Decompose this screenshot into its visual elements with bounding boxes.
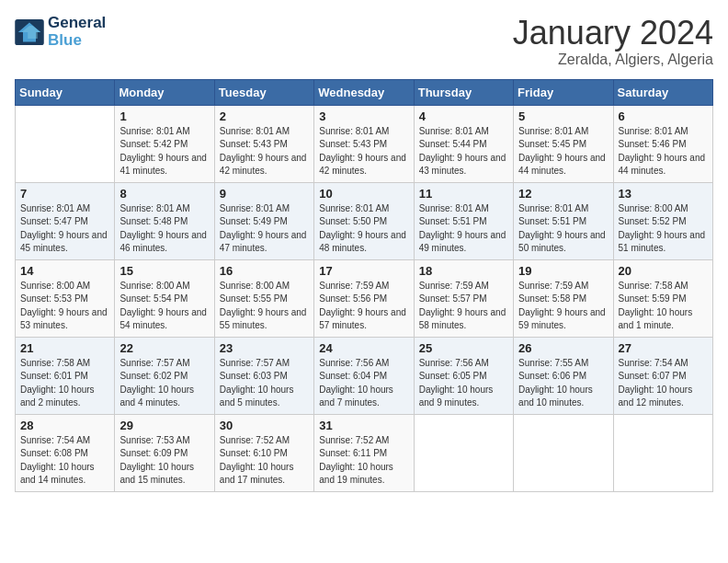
calendar-cell: 30Sunrise: 7:52 AMSunset: 6:10 PMDayligh… [214,414,313,491]
calendar-cell [514,414,613,491]
calendar-cell: 10Sunrise: 8:01 AMSunset: 5:50 PMDayligh… [314,182,414,259]
day-detail: Sunrise: 8:01 AMSunset: 5:51 PMDaylight:… [419,202,508,256]
location: Zeralda, Algiers, Algeria [513,52,713,68]
day-number: 2 [220,109,309,123]
day-number: 19 [518,264,608,278]
day-number: 23 [220,341,309,355]
day-detail: Sunrise: 7:57 AMSunset: 6:03 PMDaylight:… [220,357,309,410]
calendar-cell: 13Sunrise: 8:00 AMSunset: 5:52 PMDayligh… [613,182,712,259]
calendar-cell: 7Sunrise: 8:01 AMSunset: 5:47 PMDaylight… [16,182,115,259]
day-detail: Sunrise: 8:01 AMSunset: 5:46 PMDaylight:… [619,125,708,178]
day-detail: Sunrise: 8:01 AMSunset: 5:43 PMDaylight:… [319,125,408,178]
weekday-header-sunday: Sunday [16,79,115,105]
calendar-cell: 12Sunrise: 8:01 AMSunset: 5:51 PMDayligh… [514,182,613,259]
weekday-header-friday: Friday [514,79,613,105]
calendar-cell: 29Sunrise: 7:53 AMSunset: 6:09 PMDayligh… [115,414,214,491]
day-detail: Sunrise: 7:54 AMSunset: 6:07 PMDaylight:… [619,357,708,410]
day-detail: Sunrise: 8:01 AMSunset: 5:47 PMDaylight:… [20,202,109,256]
calendar-cell: 15Sunrise: 8:00 AMSunset: 5:54 PMDayligh… [115,259,214,337]
calendar-week-5: 28Sunrise: 7:54 AMSunset: 6:08 PMDayligh… [16,414,713,491]
weekday-header-saturday: Saturday [613,79,712,105]
day-number: 26 [518,341,608,355]
day-detail: Sunrise: 7:58 AMSunset: 6:01 PMDaylight:… [20,357,109,410]
day-number: 12 [518,187,608,201]
calendar-cell: 21Sunrise: 7:58 AMSunset: 6:01 PMDayligh… [16,337,115,414]
day-detail: Sunrise: 7:56 AMSunset: 6:05 PMDaylight:… [419,357,508,410]
day-number: 31 [319,419,408,432]
day-number: 1 [119,109,209,123]
day-detail: Sunrise: 7:52 AMSunset: 6:10 PMDaylight:… [220,434,309,488]
calendar-cell: 5Sunrise: 8:01 AMSunset: 5:45 PMDaylight… [514,105,613,182]
day-detail: Sunrise: 8:01 AMSunset: 5:45 PMDaylight:… [518,125,608,178]
calendar-cell: 22Sunrise: 7:57 AMSunset: 6:02 PMDayligh… [115,337,214,414]
day-detail: Sunrise: 7:55 AMSunset: 6:06 PMDaylight:… [518,357,608,410]
calendar-cell: 23Sunrise: 7:57 AMSunset: 6:03 PMDayligh… [214,337,313,414]
day-number: 25 [419,341,508,355]
day-detail: Sunrise: 8:01 AMSunset: 5:50 PMDaylight:… [319,202,408,256]
calendar-cell: 19Sunrise: 7:59 AMSunset: 5:58 PMDayligh… [514,259,613,337]
day-number: 8 [119,187,209,201]
calendar-cell: 9Sunrise: 8:01 AMSunset: 5:49 PMDaylight… [214,182,313,259]
calendar-cell [16,105,115,182]
calendar-table: SundayMondayTuesdayWednesdayThursdayFrid… [15,79,713,492]
calendar-cell: 26Sunrise: 7:55 AMSunset: 6:06 PMDayligh… [514,337,613,414]
calendar-cell: 18Sunrise: 7:59 AMSunset: 5:57 PMDayligh… [414,259,513,337]
day-detail: Sunrise: 8:00 AMSunset: 5:53 PMDaylight:… [20,280,109,333]
logo-icon [15,19,44,45]
calendar-cell: 14Sunrise: 8:00 AMSunset: 5:53 PMDayligh… [16,259,115,337]
logo-text: General Blue [48,15,106,49]
calendar-cell: 3Sunrise: 8:01 AMSunset: 5:43 PMDaylight… [314,105,414,182]
weekday-header-wednesday: Wednesday [314,79,414,105]
calendar-cell: 11Sunrise: 8:01 AMSunset: 5:51 PMDayligh… [414,182,513,259]
calendar-week-3: 14Sunrise: 8:00 AMSunset: 5:53 PMDayligh… [16,259,713,337]
day-number: 7 [20,187,109,201]
calendar-cell [613,414,712,491]
calendar-week-1: 1Sunrise: 8:01 AMSunset: 5:42 PMDaylight… [16,105,713,182]
title-block: January 2024 Zeralda, Algiers, Algeria [513,15,713,68]
day-detail: Sunrise: 7:59 AMSunset: 5:56 PMDaylight:… [319,280,408,333]
calendar-cell: 6Sunrise: 8:01 AMSunset: 5:46 PMDaylight… [613,105,712,182]
day-number: 11 [419,187,508,201]
day-number: 5 [518,109,608,123]
calendar-week-2: 7Sunrise: 8:01 AMSunset: 5:47 PMDaylight… [16,182,713,259]
calendar-cell: 8Sunrise: 8:01 AMSunset: 5:48 PMDaylight… [115,182,214,259]
day-number: 20 [619,264,708,278]
day-detail: Sunrise: 7:53 AMSunset: 6:09 PMDaylight:… [119,434,209,488]
day-number: 16 [220,264,309,278]
weekday-header-row: SundayMondayTuesdayWednesdayThursdayFrid… [16,79,713,105]
calendar-cell: 4Sunrise: 8:01 AMSunset: 5:44 PMDaylight… [414,105,513,182]
day-number: 10 [319,187,408,201]
day-detail: Sunrise: 7:57 AMSunset: 6:02 PMDaylight:… [119,357,209,410]
day-number: 3 [319,109,408,123]
month-title: January 2024 [513,15,713,52]
day-number: 17 [319,264,408,278]
day-detail: Sunrise: 7:59 AMSunset: 5:57 PMDaylight:… [419,280,508,333]
day-detail: Sunrise: 8:01 AMSunset: 5:51 PMDaylight:… [518,202,608,256]
weekday-header-thursday: Thursday [414,79,513,105]
day-number: 13 [619,187,708,201]
calendar-cell: 31Sunrise: 7:52 AMSunset: 6:11 PMDayligh… [314,414,414,491]
day-number: 4 [419,109,508,123]
day-number: 9 [220,187,309,201]
calendar-cell: 16Sunrise: 8:00 AMSunset: 5:55 PMDayligh… [214,259,313,337]
calendar-cell: 17Sunrise: 7:59 AMSunset: 5:56 PMDayligh… [314,259,414,337]
day-detail: Sunrise: 7:52 AMSunset: 6:11 PMDaylight:… [319,434,408,488]
weekday-header-tuesday: Tuesday [214,79,313,105]
day-number: 15 [119,264,209,278]
day-detail: Sunrise: 7:59 AMSunset: 5:58 PMDaylight:… [518,280,608,333]
weekday-header-monday: Monday [115,79,214,105]
day-number: 21 [20,341,109,355]
page-header: General Blue January 2024 Zeralda, Algie… [15,15,713,68]
day-number: 24 [319,341,408,355]
day-number: 30 [220,419,309,432]
calendar-week-4: 21Sunrise: 7:58 AMSunset: 6:01 PMDayligh… [16,337,713,414]
calendar-cell: 1Sunrise: 8:01 AMSunset: 5:42 PMDaylight… [115,105,214,182]
calendar-cell: 25Sunrise: 7:56 AMSunset: 6:05 PMDayligh… [414,337,513,414]
day-detail: Sunrise: 8:01 AMSunset: 5:42 PMDaylight:… [119,125,209,178]
calendar-cell: 28Sunrise: 7:54 AMSunset: 6:08 PMDayligh… [16,414,115,491]
day-number: 6 [619,109,708,123]
day-detail: Sunrise: 8:00 AMSunset: 5:54 PMDaylight:… [119,280,209,333]
day-detail: Sunrise: 8:01 AMSunset: 5:49 PMDaylight:… [220,202,309,256]
calendar-cell: 24Sunrise: 7:56 AMSunset: 6:04 PMDayligh… [314,337,414,414]
day-detail: Sunrise: 8:01 AMSunset: 5:43 PMDaylight:… [220,125,309,178]
